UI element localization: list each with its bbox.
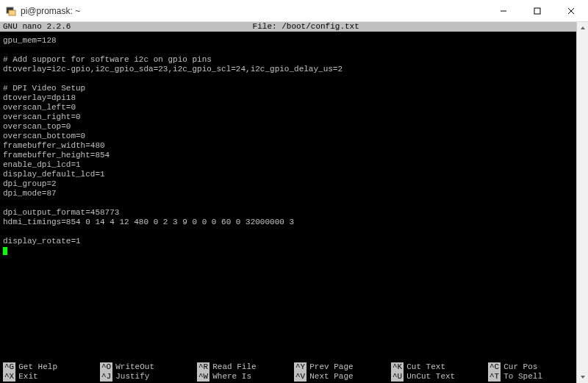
window-controls (487, 0, 588, 21)
shortcut-key: ^J (100, 372, 112, 382)
shortcut-label: Prev Page (309, 362, 353, 372)
shortcut-label: WriteOut (115, 362, 154, 372)
shortcut-key: ^G (3, 362, 15, 372)
shortcut-label: UnCut Text (406, 372, 455, 382)
nano-shortcuts: ^GGet Help ^OWriteOut ^RRead File ^YPrev… (0, 362, 588, 383)
maximize-button[interactable] (520, 0, 554, 22)
scrollbar[interactable] (576, 22, 588, 383)
shortcut-writeout: ^OWriteOut (100, 362, 197, 372)
terminal[interactable]: GNU nano 2.2.6 File: /boot/config.txt gp… (0, 22, 588, 383)
shortcut-key: ^W (197, 372, 209, 382)
shortcut-where-is: ^WWhere Is (197, 372, 294, 382)
shortcut-exit: ^XExit (3, 372, 100, 382)
shortcut-key: ^X (3, 372, 15, 382)
nano-version: GNU nano 2.2.6 (3, 22, 71, 32)
shortcut-key: ^K (391, 362, 404, 372)
shortcut-label: Where Is (212, 372, 251, 382)
scroll-up-button[interactable] (577, 22, 588, 34)
shortcut-cur-pos: ^CCur Pos (488, 362, 585, 372)
shortcut-key: ^Y (294, 362, 306, 372)
shortcut-label: Get Help (18, 362, 57, 372)
shortcut-label: To Spell (503, 372, 542, 382)
window-title: pi@promask: ~ (21, 6, 80, 16)
nano-file-label: File: /boot/config.txt (71, 22, 541, 32)
minimize-button[interactable] (487, 0, 520, 22)
shortcut-next-page: ^VNext Page (294, 372, 391, 382)
shortcut-to-spell: ^TTo Spell (488, 372, 585, 382)
svg-marker-6 (581, 26, 585, 29)
shortcut-justify: ^JJustify (100, 372, 197, 382)
shortcut-cut-text: ^KCut Text (391, 362, 488, 372)
editor-body[interactable]: gpu_mem=128 # Add support for software i… (0, 32, 588, 362)
shortcut-label: Justify (115, 372, 149, 382)
shortcut-get-help: ^GGet Help (3, 362, 100, 372)
shortcut-key: ^U (391, 372, 404, 382)
shortcut-label: Cur Pos (503, 362, 537, 372)
cursor (3, 247, 7, 255)
shortcut-key: ^T (488, 372, 501, 382)
close-button[interactable] (554, 0, 588, 22)
scroll-down-button[interactable] (577, 371, 588, 383)
shortcut-label: Cut Text (406, 362, 445, 372)
svg-rect-3 (534, 8, 540, 14)
shortcut-label: Read File (212, 362, 256, 372)
svg-marker-7 (581, 376, 585, 379)
editor-content: gpu_mem=128 # Add support for software i… (3, 36, 343, 246)
shortcut-read-file: ^RRead File (197, 362, 294, 372)
shortcut-key: ^O (100, 362, 112, 372)
shortcut-label: Next Page (309, 372, 353, 382)
nano-header: GNU nano 2.2.6 File: /boot/config.txt (0, 22, 588, 32)
window-titlebar: pi@promask: ~ (0, 0, 588, 22)
shortcut-key: ^R (197, 362, 209, 372)
shortcut-prev-page: ^YPrev Page (294, 362, 391, 372)
shortcut-key: ^V (294, 372, 306, 382)
svg-rect-1 (9, 10, 15, 15)
titlebar-left: pi@promask: ~ (6, 6, 80, 16)
shortcut-label: Exit (18, 372, 37, 382)
putty-icon (6, 6, 16, 16)
shortcut-uncut-text: ^UUnCut Text (391, 372, 488, 382)
shortcut-key: ^C (488, 362, 501, 372)
